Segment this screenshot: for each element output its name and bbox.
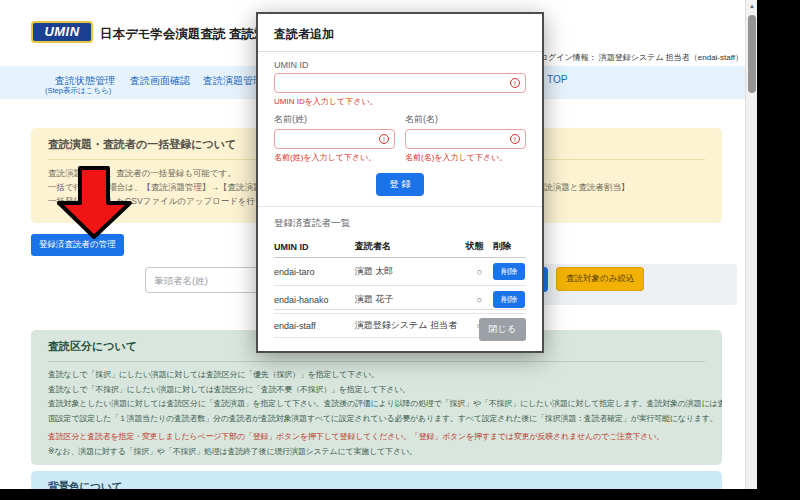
warning-icon	[510, 78, 520, 88]
category-line: 面設定で設定した「１演題当たりの査読者数」分の査読者が査読対象演題すべてに設定さ…	[48, 412, 705, 427]
last-name-label: 名前(姓)	[274, 113, 395, 126]
modal-footer: 閉じる	[274, 309, 526, 341]
warning-icon	[510, 134, 520, 144]
scrollbar-thumb[interactable]	[748, 15, 756, 93]
background-color-box: 背景色について	[31, 471, 722, 489]
warning-icon	[379, 134, 389, 144]
modal-title: 査読者追加	[274, 26, 526, 43]
reviewer-id: endai-taro	[274, 258, 355, 286]
divider	[258, 51, 542, 52]
last-name-input[interactable]	[275, 132, 394, 150]
col-header-name: 査読者名	[355, 237, 466, 258]
scroll-up-arrow-icon[interactable]: ▲	[746, 0, 757, 12]
vertical-scrollbar[interactable]: ▲	[745, 0, 757, 489]
col-header-delete: 削除	[493, 237, 526, 258]
browser-page: UMIN 日本デモ学会演題査読 査読対象と査読者割当 ログイン情報： 演題登録シ…	[0, 0, 757, 489]
delete-button[interactable]: 削除	[493, 263, 525, 280]
red-arrow-annotation	[56, 166, 134, 240]
first-name-label: 名前(名)	[405, 113, 526, 126]
divider	[258, 206, 542, 207]
first-name-error: 名前(名)を入力して下さい。	[405, 152, 526, 163]
category-line-warning: 査読区分と査読者を指定・変更しましたらページ下部の「登録」ボタンを押下して登録し…	[48, 430, 705, 445]
divider	[48, 361, 705, 362]
col-header-umin-id: UMIN ID	[274, 237, 355, 258]
last-name-error: 名前(姓)を入力して下さい。	[274, 152, 395, 163]
umin-id-label: UMIN ID	[274, 60, 526, 70]
category-line: 査読なしで「採択」にしたい演題に対しては査読区分に「優先（採択）」を指定して下さ…	[48, 368, 705, 383]
nav-item-review-screen[interactable]: 査読画面確認	[130, 74, 190, 88]
category-line-note: ※なお、演題に対する「採択」や「不採択」処理は査読終了後に現行演題システムにて実…	[48, 445, 705, 460]
register-button[interactable]: 登 録	[376, 173, 424, 196]
registered-reviewers-heading: 登録済査読者一覧	[274, 217, 526, 230]
reviewer-name: 演題 太郎	[355, 258, 466, 286]
first-author-input[interactable]	[145, 267, 264, 293]
delete-button[interactable]: 削除	[493, 291, 525, 308]
umin-logo: UMIN	[31, 21, 93, 43]
umin-id-error: UMIN IDを入力して下さい。	[274, 96, 526, 107]
status-circle: ○	[466, 258, 494, 286]
umin-id-input[interactable]	[275, 76, 525, 94]
nav-item-step-link[interactable]: (Step表示はこちら)	[45, 86, 111, 96]
umin-id-field-wrap	[274, 73, 526, 93]
col-header-status: 状態	[466, 237, 494, 258]
filter-review-targets-button[interactable]: 査読対象のみ絞込	[556, 267, 644, 291]
category-line: 査読なしで「不採択」にしたい演題に対しては査読区分に「査読不要（不採択）」を指定…	[48, 383, 705, 398]
nav-item-top[interactable]: TOP	[547, 74, 567, 85]
login-info: ログイン情報： 演題登録システム 担当者（endai-staff）	[540, 52, 743, 63]
last-name-field-wrap	[274, 129, 395, 149]
background-color-heading: 背景色について	[48, 480, 705, 489]
close-button[interactable]: 閉じる	[479, 318, 526, 341]
first-name-input[interactable]	[406, 132, 525, 150]
screen: UMIN 日本デモ学会演題査読 査読対象と査読者割当 ログイン情報： 演題登録シ…	[0, 0, 800, 500]
table-row: endai-taro 演題 太郎 ○ 削除	[274, 258, 526, 286]
first-name-field-wrap	[405, 129, 526, 149]
category-line: 査読対象としたい演題に対しては査読区分に「査読演題」を指定して下さい。査読後の評…	[48, 397, 705, 412]
add-reviewer-modal: 査読者追加 UMIN ID UMIN IDを入力して下さい。 名前(姓) 名前(…	[256, 12, 544, 353]
